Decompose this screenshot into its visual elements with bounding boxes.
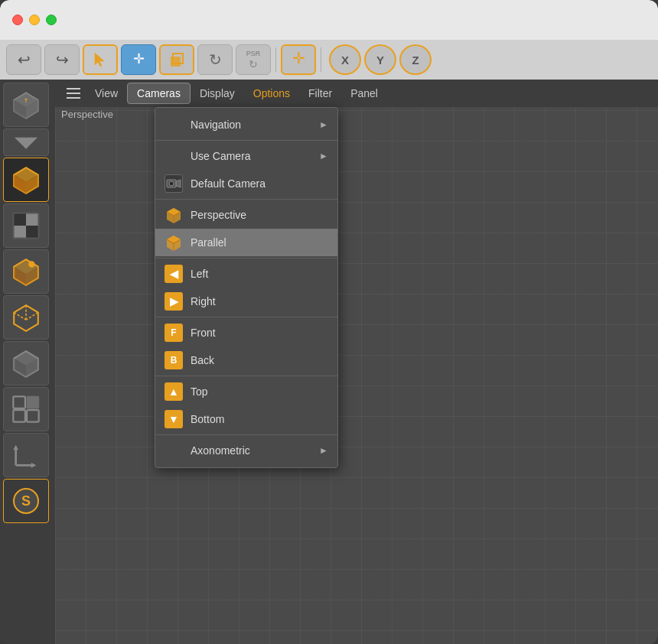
toolbar-separator-2 <box>321 47 321 72</box>
dropdown-navigation[interactable]: Navigation ► <box>155 111 337 138</box>
transform-button[interactable] <box>159 44 194 75</box>
svg-marker-40 <box>31 463 37 468</box>
title-bar <box>0 0 658 40</box>
dropdown-perspective[interactable]: Perspective <box>155 201 337 229</box>
svg-text:✛: ✛ <box>133 51 145 67</box>
sidebar-btn-cube-dot[interactable] <box>3 249 49 294</box>
left-icon: ◀ <box>164 265 183 283</box>
perspective-label: Perspective <box>61 109 113 120</box>
menu-display[interactable]: Display <box>191 83 244 104</box>
dropdown-axonometric[interactable]: Axonometric ► <box>155 437 337 464</box>
z-axis-button[interactable]: Z <box>399 44 432 75</box>
navigation-arrow: ► <box>319 119 328 130</box>
svg-text:S: S <box>21 493 31 509</box>
close-button[interactable] <box>12 15 23 25</box>
svg-rect-36 <box>27 410 39 422</box>
front-icon: F <box>164 324 183 342</box>
separator-3 <box>155 258 337 259</box>
dropdown-parallel[interactable]: Parallel <box>155 229 337 256</box>
sidebar-btn-axes[interactable] <box>3 433 49 477</box>
move-button[interactable]: ✛ <box>121 44 156 75</box>
parallel-cube-icon <box>164 233 183 252</box>
menu-view[interactable]: View <box>86 83 127 104</box>
dropdown-right[interactable]: ▶ Right <box>155 288 337 315</box>
maximize-button[interactable] <box>46 15 57 25</box>
svg-rect-2 <box>171 57 181 67</box>
hamburger-menu[interactable] <box>61 81 86 106</box>
separator-5 <box>155 376 337 376</box>
svg-point-46 <box>171 183 173 185</box>
top-icon: ▲ <box>164 382 183 401</box>
svg-rect-16 <box>14 213 26 226</box>
dropdown-default-camera[interactable]: Default Camera <box>155 170 337 197</box>
arrow-down-icon <box>11 127 41 158</box>
bottom-icon: ▼ <box>164 410 183 428</box>
svg-line-28 <box>26 313 38 320</box>
toolbar-separator-1 <box>275 47 276 72</box>
add-icon: ✛ <box>290 51 307 68</box>
dropdown-top[interactable]: ▲ Top <box>155 378 337 405</box>
perspective-cube-icon <box>164 206 183 224</box>
y-axis-button[interactable]: Y <box>364 44 396 75</box>
menu-cameras[interactable]: Cameras <box>127 83 191 104</box>
viewport[interactable]: View Cameras Display Options Filter Pane… <box>55 80 658 644</box>
sidebar-btn-cube-gray[interactable] <box>3 341 49 385</box>
use-camera-arrow: ► <box>319 151 328 161</box>
rotate-button[interactable]: ↻ <box>197 44 233 75</box>
dropdown-bottom[interactable]: ▼ Bottom <box>155 405 337 433</box>
sidebar-btn-view[interactable]: T <box>3 83 49 127</box>
sidebar-btn-cube-active[interactable] <box>3 158 49 202</box>
svg-rect-34 <box>27 396 39 408</box>
dropdown-front[interactable]: F Front <box>155 319 337 346</box>
select-button[interactable] <box>83 44 118 75</box>
cursor-icon <box>92 51 109 68</box>
menubar: View Cameras Display Options Filter Pane… <box>55 80 658 107</box>
transform-icon <box>168 50 186 69</box>
sidebar-btn-checker[interactable] <box>3 203 49 248</box>
cameras-dropdown: Navigation ► Use Camera ► <box>155 107 338 468</box>
x-axis-button[interactable]: X <box>329 44 361 75</box>
menu-filter[interactable]: Filter <box>299 83 341 104</box>
svg-marker-10 <box>15 138 37 149</box>
cube-outline-icon <box>11 302 41 333</box>
grid-icon <box>11 394 41 424</box>
sidebar-btn-arrow[interactable] <box>3 128 49 156</box>
menu-options[interactable]: Options <box>244 83 299 104</box>
sidebar-btn-cube-outline[interactable] <box>3 295 49 340</box>
dropdown-left[interactable]: ◀ Left <box>155 260 337 288</box>
svg-line-27 <box>14 313 26 320</box>
svg-text:✛: ✛ <box>292 51 305 67</box>
dropdown-use-camera[interactable]: Use Camera ► <box>155 142 337 170</box>
main-area: T <box>0 80 658 644</box>
s-badge-icon: S <box>11 486 41 516</box>
checker-icon <box>11 210 41 241</box>
separator-4 <box>155 317 337 317</box>
camera-icon <box>164 174 183 193</box>
minimize-button[interactable] <box>29 15 40 25</box>
svg-point-24 <box>28 261 34 267</box>
xyz-group: X Y Z <box>329 44 432 75</box>
redo-button[interactable]: ↪ <box>44 44 80 75</box>
cube-active-icon <box>11 164 41 195</box>
axes-icon <box>11 440 41 470</box>
undo-button[interactable]: ↩ <box>6 44 41 75</box>
add-button[interactable]: ✛ <box>281 44 316 75</box>
axonometric-arrow: ► <box>319 445 328 456</box>
cube-gray-icon <box>11 348 41 379</box>
psr-button[interactable]: PSR ↻ <box>236 44 271 75</box>
sidebar: T <box>0 80 55 644</box>
move-icon: ✛ <box>130 51 147 68</box>
cube-dot-icon <box>11 256 41 287</box>
sidebar-btn-s[interactable]: S <box>3 479 49 523</box>
back-icon: B <box>164 351 183 369</box>
menu-panel[interactable]: Panel <box>341 83 387 104</box>
svg-marker-39 <box>13 445 18 450</box>
toolbar: ↩ ↪ ✛ ↻ PSR ↻ ✛ X <box>0 40 658 80</box>
sidebar-btn-grid[interactable] <box>3 387 49 431</box>
svg-rect-18 <box>14 226 26 238</box>
view-cube-icon: T <box>11 89 41 120</box>
dropdown-back[interactable]: B Back <box>155 346 337 374</box>
right-icon: ▶ <box>164 292 183 311</box>
svg-rect-17 <box>26 213 38 226</box>
svg-text:T: T <box>24 97 28 104</box>
